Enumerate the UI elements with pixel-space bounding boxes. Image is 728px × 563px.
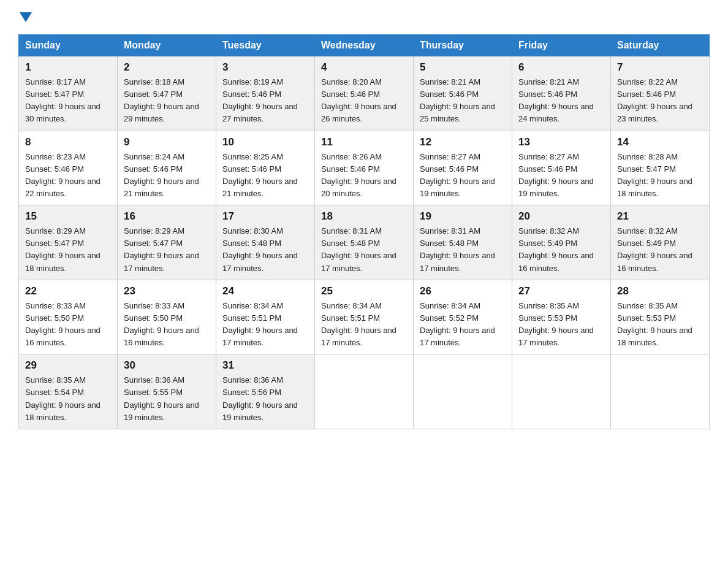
calendar-day-cell: 13Sunrise: 8:27 AMSunset: 5:46 PMDayligh… (512, 131, 611, 205)
calendar-week-row: 1Sunrise: 8:17 AMSunset: 5:47 PMDaylight… (19, 56, 710, 131)
col-friday: Friday (512, 35, 611, 56)
calendar-day-cell: 12Sunrise: 8:27 AMSunset: 5:46 PMDayligh… (414, 131, 512, 205)
day-info: Sunrise: 8:19 AMSunset: 5:46 PMDaylight:… (222, 76, 308, 126)
logo (18, 12, 32, 22)
calendar-day-cell: 24Sunrise: 8:34 AMSunset: 5:51 PMDayligh… (216, 280, 315, 354)
day-number: 15 (25, 210, 111, 223)
day-info: Sunrise: 8:24 AMSunset: 5:46 PMDaylight:… (124, 151, 210, 201)
day-number: 25 (321, 285, 407, 297)
calendar-day-cell: 28Sunrise: 8:35 AMSunset: 5:53 PMDayligh… (611, 280, 710, 354)
day-number: 30 (124, 359, 210, 372)
logo-line-general (18, 12, 32, 22)
calendar-day-cell: 23Sunrise: 8:33 AMSunset: 5:50 PMDayligh… (118, 280, 216, 354)
day-number: 1 (25, 61, 111, 74)
day-number: 10 (222, 136, 308, 148)
calendar-day-cell (315, 354, 414, 429)
day-info: Sunrise: 8:28 AMSunset: 5:47 PMDaylight:… (617, 151, 703, 201)
day-info: Sunrise: 8:31 AMSunset: 5:48 PMDaylight:… (321, 225, 407, 275)
calendar-day-cell (611, 354, 710, 429)
day-number: 4 (321, 61, 407, 74)
day-info: Sunrise: 8:34 AMSunset: 5:51 PMDaylight:… (321, 300, 407, 350)
day-info: Sunrise: 8:27 AMSunset: 5:46 PMDaylight:… (518, 151, 604, 201)
day-info: Sunrise: 8:36 AMSunset: 5:55 PMDaylight:… (124, 374, 210, 424)
day-info: Sunrise: 8:33 AMSunset: 5:50 PMDaylight:… (124, 300, 210, 350)
calendar-week-row: 8Sunrise: 8:23 AMSunset: 5:46 PMDaylight… (19, 131, 710, 205)
calendar-day-cell: 18Sunrise: 8:31 AMSunset: 5:48 PMDayligh… (315, 205, 414, 280)
day-info: Sunrise: 8:35 AMSunset: 5:53 PMDaylight:… (518, 300, 604, 350)
calendar-day-cell: 22Sunrise: 8:33 AMSunset: 5:50 PMDayligh… (19, 280, 118, 354)
day-number: 8 (25, 136, 111, 148)
day-number: 28 (617, 285, 703, 297)
day-number: 31 (222, 359, 308, 372)
day-number: 17 (222, 210, 308, 223)
day-info: Sunrise: 8:35 AMSunset: 5:54 PMDaylight:… (25, 374, 111, 424)
day-number: 26 (420, 285, 506, 297)
calendar-day-cell: 6Sunrise: 8:21 AMSunset: 5:46 PMDaylight… (512, 56, 611, 131)
day-info: Sunrise: 8:32 AMSunset: 5:49 PMDaylight:… (617, 225, 703, 275)
day-info: Sunrise: 8:33 AMSunset: 5:50 PMDaylight:… (25, 300, 111, 350)
day-info: Sunrise: 8:34 AMSunset: 5:52 PMDaylight:… (420, 300, 506, 350)
day-number: 14 (617, 136, 703, 148)
day-info: Sunrise: 8:27 AMSunset: 5:46 PMDaylight:… (420, 151, 506, 201)
day-info: Sunrise: 8:31 AMSunset: 5:48 PMDaylight:… (420, 225, 506, 275)
calendar-day-cell: 2Sunrise: 8:18 AMSunset: 5:47 PMDaylight… (118, 56, 216, 131)
calendar-day-cell: 30Sunrise: 8:36 AMSunset: 5:55 PMDayligh… (118, 354, 216, 429)
day-number: 20 (518, 210, 604, 223)
calendar-week-row: 15Sunrise: 8:29 AMSunset: 5:47 PMDayligh… (19, 205, 710, 280)
calendar-day-cell: 9Sunrise: 8:24 AMSunset: 5:46 PMDaylight… (118, 131, 216, 205)
calendar-day-cell: 10Sunrise: 8:25 AMSunset: 5:46 PMDayligh… (216, 131, 315, 205)
day-number: 16 (124, 210, 210, 223)
day-info: Sunrise: 8:36 AMSunset: 5:56 PMDaylight:… (222, 374, 308, 424)
calendar-day-cell: 16Sunrise: 8:29 AMSunset: 5:47 PMDayligh… (118, 205, 216, 280)
day-number: 3 (222, 61, 308, 74)
day-info: Sunrise: 8:23 AMSunset: 5:46 PMDaylight:… (25, 151, 111, 201)
calendar-day-cell: 3Sunrise: 8:19 AMSunset: 5:46 PMDaylight… (216, 56, 315, 131)
day-number: 19 (420, 210, 506, 223)
day-number: 6 (518, 61, 604, 74)
header-row: Sunday Monday Tuesday Wednesday Thursday… (19, 35, 710, 56)
calendar-week-row: 29Sunrise: 8:35 AMSunset: 5:54 PMDayligh… (19, 354, 710, 429)
day-number: 27 (518, 285, 604, 297)
day-number: 2 (124, 61, 210, 74)
calendar-day-cell: 15Sunrise: 8:29 AMSunset: 5:47 PMDayligh… (19, 205, 118, 280)
day-info: Sunrise: 8:35 AMSunset: 5:53 PMDaylight:… (617, 300, 703, 350)
day-info: Sunrise: 8:22 AMSunset: 5:46 PMDaylight:… (617, 76, 703, 126)
day-info: Sunrise: 8:21 AMSunset: 5:46 PMDaylight:… (518, 76, 604, 126)
calendar-day-cell (414, 354, 512, 429)
calendar-day-cell: 5Sunrise: 8:21 AMSunset: 5:46 PMDaylight… (414, 56, 512, 131)
col-thursday: Thursday (414, 35, 512, 56)
day-number: 13 (518, 136, 604, 148)
col-wednesday: Wednesday (315, 35, 414, 56)
day-number: 18 (321, 210, 407, 223)
calendar-day-cell: 26Sunrise: 8:34 AMSunset: 5:52 PMDayligh… (414, 280, 512, 354)
day-info: Sunrise: 8:21 AMSunset: 5:46 PMDaylight:… (420, 76, 506, 126)
calendar-week-row: 22Sunrise: 8:33 AMSunset: 5:50 PMDayligh… (19, 280, 710, 354)
day-info: Sunrise: 8:25 AMSunset: 5:46 PMDaylight:… (222, 151, 308, 201)
col-sunday: Sunday (19, 35, 118, 56)
calendar-day-cell: 27Sunrise: 8:35 AMSunset: 5:53 PMDayligh… (512, 280, 611, 354)
day-info: Sunrise: 8:29 AMSunset: 5:47 PMDaylight:… (124, 225, 210, 275)
calendar-day-cell: 1Sunrise: 8:17 AMSunset: 5:47 PMDaylight… (19, 56, 118, 131)
day-info: Sunrise: 8:17 AMSunset: 5:47 PMDaylight:… (25, 76, 111, 126)
calendar-day-cell: 14Sunrise: 8:28 AMSunset: 5:47 PMDayligh… (611, 131, 710, 205)
day-info: Sunrise: 8:20 AMSunset: 5:46 PMDaylight:… (321, 76, 407, 126)
day-info: Sunrise: 8:29 AMSunset: 5:47 PMDaylight:… (25, 225, 111, 275)
calendar-day-cell: 17Sunrise: 8:30 AMSunset: 5:48 PMDayligh… (216, 205, 315, 280)
calendar-day-cell: 7Sunrise: 8:22 AMSunset: 5:46 PMDaylight… (611, 56, 710, 131)
day-number: 9 (124, 136, 210, 148)
day-number: 22 (25, 285, 111, 297)
calendar-day-cell: 25Sunrise: 8:34 AMSunset: 5:51 PMDayligh… (315, 280, 414, 354)
day-number: 29 (25, 359, 111, 372)
logo-triangle-icon (20, 12, 32, 22)
col-monday: Monday (118, 35, 216, 56)
day-number: 23 (124, 285, 210, 297)
day-number: 21 (617, 210, 703, 223)
calendar-table: Sunday Monday Tuesday Wednesday Thursday… (18, 34, 710, 429)
calendar-day-cell: 21Sunrise: 8:32 AMSunset: 5:49 PMDayligh… (611, 205, 710, 280)
day-info: Sunrise: 8:32 AMSunset: 5:49 PMDaylight:… (518, 225, 604, 275)
calendar-day-cell: 4Sunrise: 8:20 AMSunset: 5:46 PMDaylight… (315, 56, 414, 131)
day-number: 7 (617, 61, 703, 74)
day-number: 12 (420, 136, 506, 148)
calendar-day-cell: 19Sunrise: 8:31 AMSunset: 5:48 PMDayligh… (414, 205, 512, 280)
calendar-day-cell (512, 354, 611, 429)
